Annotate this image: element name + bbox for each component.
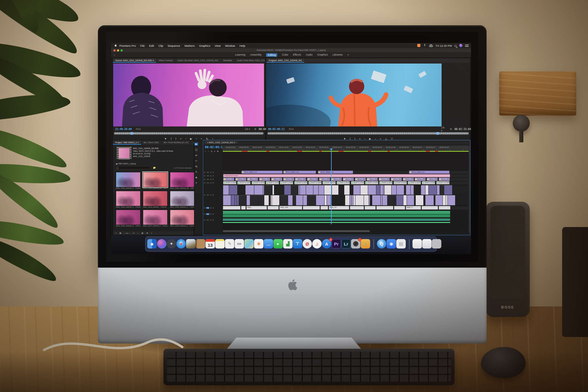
video-track-4-clip[interactable]: 16mm_600 (ps — [391, 178, 402, 181]
menu-item-help[interactable]: Help — [239, 44, 245, 47]
video-track-3-clip[interactable]: DUST & SCRAT — [394, 181, 407, 184]
timeline-clip-fragment[interactable] — [443, 195, 446, 205]
timeline-clip-fragment[interactable] — [353, 185, 360, 195]
menu-item-view[interactable]: View — [215, 44, 220, 47]
workspace-tab-editing[interactable]: Editing — [266, 53, 277, 57]
timeline-playhead[interactable] — [331, 149, 332, 224]
video-track-3-clip[interactable]: DUST & SCRAT — [223, 181, 236, 184]
track-name-a1[interactable]: A1 — [206, 213, 209, 215]
timeline-clip-fragment[interactable] — [239, 195, 246, 205]
project-search-input[interactable] — [115, 166, 150, 169]
pen-tool[interactable]: ✎ — [195, 171, 198, 174]
video-track-5-clip[interactable]: ♦ Adjustment Layer — [223, 174, 450, 177]
project-panel-tab[interactable]: Project: YBN VIDEO_1 ≡ — [113, 140, 141, 145]
timeline-clip-fragment[interactable] — [247, 195, 250, 205]
source-scrubber[interactable] — [113, 132, 264, 135]
menu-item-clip[interactable]: Clip — [158, 44, 163, 47]
video-track-3-clip[interactable]: DUST & SCRAT — [294, 181, 308, 184]
zoom-slider-icon[interactable]: —●— — [124, 232, 130, 234]
source-video-preview[interactable] — [113, 64, 264, 126]
video-track-1-clip[interactable] — [365, 206, 376, 210]
track-lock-icon[interactable] — [204, 171, 206, 173]
project-file-row[interactable]: ▩ YBN VIDEO_1.prproj — [116, 163, 136, 165]
video-track-3-clip[interactable]: DUST & SCRAT — [351, 181, 364, 184]
track-lock-icon[interactable] — [204, 194, 206, 196]
video-track-4-clip[interactable]: 16mm_600 (ps — [223, 178, 234, 181]
track-sync-lock-icon[interactable] — [212, 213, 214, 215]
trash-icon[interactable] — [432, 239, 441, 248]
audio-2-clip[interactable] — [223, 218, 450, 221]
timeline-clip-fragment[interactable] — [414, 195, 415, 205]
timeline-clip-fragment[interactable] — [429, 185, 436, 195]
video-track-3-clip[interactable]: DUST & SCRAT — [436, 181, 450, 184]
timeline-clip-fragment[interactable] — [435, 195, 442, 205]
video-track-4-clip[interactable]: 16mm_600 (ps — [271, 178, 282, 181]
video-track-1-clip[interactable] — [376, 206, 393, 210]
video-track-1-clip[interactable]: A001_ — [246, 206, 267, 210]
program-zoom-dropdown[interactable]: 1/8 ▾ — [441, 126, 446, 132]
track-header-v3[interactable]: V3 — [204, 181, 222, 184]
menu-item-edit[interactable]: Edit — [149, 44, 154, 47]
timeline-clip-fragment[interactable] — [407, 195, 414, 205]
razor-tool[interactable]: ✂ — [195, 159, 198, 162]
timeline-clip-fragment[interactable] — [421, 185, 425, 195]
settings-wheel-icon[interactable]: ✳1 — [351, 239, 360, 248]
track-visibility-icon[interactable] — [210, 171, 212, 173]
track-name-a2[interactable]: A2 — [206, 219, 209, 221]
finder-icon[interactable]: ☻ — [147, 239, 157, 248]
cc-icon[interactable] — [417, 44, 420, 47]
timeline-clip-fragment[interactable] — [381, 195, 382, 205]
source-fit-dropdown[interactable]: Fit ▾ — [136, 128, 141, 131]
timeline-clip-fragment[interactable] — [440, 185, 444, 195]
calendar-icon[interactable]: 13 — [206, 239, 215, 248]
video-track-1-clip[interactable]: A001_C0 — [329, 206, 349, 210]
timeline-clip-fragment[interactable] — [245, 185, 254, 195]
track-visibility-icon[interactable] — [210, 213, 212, 215]
video-track-4-clip[interactable]: 16mm_600 (ps — [235, 178, 246, 181]
workspace-tab-libraries[interactable]: Libraries — [333, 53, 343, 57]
wifi-icon[interactable] — [429, 44, 433, 47]
project-item-thumbnail[interactable] — [170, 191, 195, 206]
track-sync-lock-icon[interactable] — [212, 207, 214, 209]
track-sync-lock-icon[interactable] — [212, 182, 214, 184]
timeline-clip-fragment[interactable] — [425, 185, 428, 195]
workspace-tab-»[interactable]: » — [347, 53, 349, 57]
timeline-clip-fragment[interactable] — [235, 195, 237, 205]
source-panel-tab[interactable]: Effect Controls — [156, 58, 175, 63]
project-item-thumbnail[interactable] — [116, 210, 141, 225]
timeline-clip-fragment[interactable] — [273, 185, 274, 195]
numbers-icon[interactable]: ▟ — [283, 239, 293, 248]
premiere-pro-icon[interactable]: Pr — [332, 239, 341, 248]
music-icon[interactable]: ♫ — [312, 239, 322, 248]
hand-tool[interactable]: ❖ — [195, 176, 197, 179]
timeline-clip-fragment[interactable] — [344, 185, 350, 195]
menu-item-sequence[interactable]: Sequence — [168, 44, 180, 47]
track-name-v4[interactable]: V4 — [206, 179, 209, 180]
app-store-icon[interactable]: A6 — [322, 239, 331, 248]
timeline-clip-fragment[interactable] — [319, 185, 324, 195]
track-name-v5[interactable]: V5 — [206, 175, 209, 177]
program-settings-wrench-icon[interactable]: ⚙ — [450, 128, 452, 131]
siri-icon[interactable] — [459, 44, 462, 47]
project-panel-tab[interactable]: Bin: Film Burns — [191, 140, 194, 145]
timeline-clip-fragment[interactable] — [298, 185, 300, 195]
track-visibility-icon[interactable] — [210, 219, 212, 221]
timeline-v-scrollbar[interactable] — [469, 146, 470, 233]
timeline-clip-fragment[interactable] — [250, 195, 258, 205]
menu-item-window[interactable]: Window — [225, 44, 235, 47]
reminders-icon[interactable]: ≔ — [235, 239, 244, 248]
workspace-home-icon[interactable]: ⌂ — [113, 54, 115, 56]
timeline-clip-fragment[interactable] — [291, 185, 298, 195]
timeline-h-scrollbar[interactable] — [223, 230, 370, 232]
zoom-app-icon[interactable]: ◉ — [387, 239, 396, 248]
track-header-a1[interactable]: A1 — [204, 211, 222, 217]
project-item-thumbnail[interactable] — [116, 191, 141, 206]
timeline-clip-fragment[interactable] — [307, 195, 315, 205]
bin-path-icon[interactable]: 📁 — [153, 166, 156, 169]
program-fit-dropdown[interactable]: Fit ▾ — [289, 128, 293, 131]
track-lock-icon[interactable] — [204, 219, 206, 221]
timeline-clip-fragment[interactable] — [223, 195, 231, 205]
track-header-v2[interactable]: V2 — [204, 185, 222, 205]
timeline-clip-fragment[interactable] — [396, 195, 403, 205]
timeline-clip-fragment[interactable] — [355, 195, 364, 205]
